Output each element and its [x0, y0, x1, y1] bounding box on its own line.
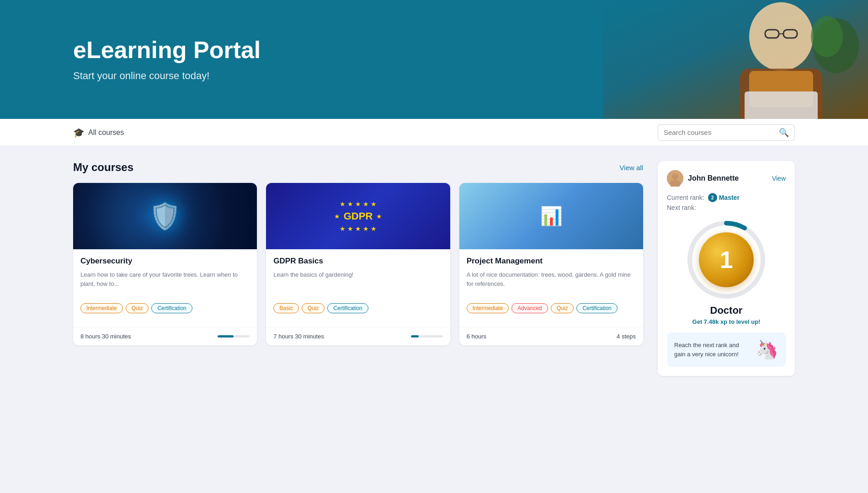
navbar-left: 🎓 All courses	[73, 127, 124, 138]
hero-image	[603, 0, 868, 119]
user-name: John Bennette	[688, 174, 739, 182]
unicorn-icon: 🦄	[756, 339, 778, 360]
tag-certification: Certification	[151, 303, 192, 313]
search-box[interactable]: 🔍	[658, 124, 795, 141]
progress-bar-wrap	[411, 335, 443, 338]
courses-grid: Cybersecurity Learn how to take care of …	[73, 183, 643, 345]
avatar-svg	[667, 170, 683, 187]
course-tags: Intermediate Advanced Quiz Certification	[467, 303, 636, 313]
course-desc: Learn how to take care of your favorite …	[80, 270, 250, 298]
tag-intermediate: Intermediate	[80, 303, 123, 313]
tag-basic: Basic	[273, 303, 298, 313]
hero-text: eLearning Portal Start your online cours…	[0, 37, 334, 81]
course-tags: Basic Quiz Certification	[273, 303, 442, 313]
section-header: My courses View all	[73, 161, 643, 174]
xp-suffix: xp to level up!	[719, 318, 760, 325]
hero-svg	[603, 0, 868, 119]
search-input[interactable]	[664, 129, 775, 136]
hero-section: eLearning Portal Start your online cours…	[0, 0, 868, 119]
tag-advanced: Advanced	[511, 303, 548, 313]
rank-gold-circle: 1	[699, 232, 754, 287]
tag-certification: Certification	[327, 303, 368, 313]
progress-fill	[218, 335, 234, 338]
svg-point-12	[672, 173, 678, 180]
rank-xp: Get 7.48k xp to level up!	[692, 318, 761, 325]
course-card-gdpr[interactable]: ★★★★★ ★ GDPR ★ ★★★★★ GDPR Basics	[266, 183, 450, 345]
circle-progress: 1	[685, 219, 767, 301]
user-card: John Bennette View Current rank: 2 Maste…	[658, 161, 795, 376]
course-duration: 6 hours	[467, 333, 486, 340]
tag-certification: Certification	[576, 303, 617, 313]
tag-quiz: Quiz	[551, 303, 574, 313]
navbar: 🎓 All courses 🔍	[0, 119, 868, 146]
thumbnail-project: 📊	[459, 183, 643, 249]
svg-point-10	[811, 16, 843, 57]
rank-num-large: 1	[720, 248, 733, 272]
all-courses-nav[interactable]: All courses	[88, 129, 124, 137]
current-rank-badge: 2 Master	[708, 193, 740, 202]
rank-circle-wrap: 1 Doctor Get 7.48k xp to level up!	[667, 219, 786, 325]
sidebar-view-link[interactable]: View	[772, 175, 786, 182]
course-desc: A lot of nice documentation: trees, wood…	[467, 270, 636, 298]
unicorn-promo: Reach the next rank and gain a very nice…	[667, 332, 786, 367]
course-card-project[interactable]: 📊 Project Management A lot of nice docum…	[459, 183, 643, 345]
thumbnail-gdpr: ★★★★★ ★ GDPR ★ ★★★★★	[266, 183, 450, 249]
search-icon[interactable]: 🔍	[779, 128, 789, 138]
hero-subtitle: Start your online course today!	[73, 70, 261, 82]
rank-title: Doctor	[710, 305, 743, 316]
current-rank-name: Master	[719, 194, 740, 201]
gdpr-text: GDPR	[344, 210, 373, 222]
user-header: John Bennette View	[667, 170, 786, 187]
circle-content: 1	[699, 232, 754, 287]
eu-circle: ★★★★★ ★ GDPR ★ ★★★★★	[334, 200, 383, 232]
graduation-icon: 🎓	[73, 127, 85, 138]
course-tags: Intermediate Quiz Certification	[80, 303, 250, 313]
next-rank-label: Next rank:	[667, 204, 786, 211]
current-rank-row: Current rank: 2 Master	[667, 193, 786, 202]
tag-quiz: Quiz	[126, 303, 149, 313]
course-footer: 7 hours 30 minutes	[266, 327, 450, 345]
progress-fill	[411, 335, 419, 338]
thumbnail-cybersecurity	[73, 183, 257, 249]
tag-intermediate: Intermediate	[467, 303, 509, 313]
progress-bar	[218, 335, 250, 338]
section-title: My courses	[73, 161, 133, 174]
xp-prefix: Get	[692, 318, 704, 325]
course-title: Project Management	[467, 257, 636, 266]
main-content: My courses View all Cybersecurity Learn …	[0, 146, 868, 391]
progress-bar	[411, 335, 443, 338]
course-card-cybersecurity[interactable]: Cybersecurity Learn how to take care of …	[73, 183, 257, 345]
steps-badge: 4 steps	[617, 333, 636, 340]
avatar	[667, 170, 683, 187]
view-all-link[interactable]: View all	[620, 164, 643, 171]
svg-rect-7	[745, 91, 818, 119]
sidebar: John Bennette View Current rank: 2 Maste…	[658, 161, 795, 376]
course-body: Project Management A lot of nice documen…	[459, 249, 643, 327]
course-body: GDPR Basics Learn the basics of gardenin…	[266, 249, 450, 327]
course-title: Cybersecurity	[80, 257, 250, 266]
course-desc: Learn the basics of gardening!	[273, 270, 442, 298]
xp-amount: 7.48k	[704, 318, 719, 325]
tag-quiz: Quiz	[302, 303, 325, 313]
unicorn-promo-text: Reach the next rank and gain a very nice…	[674, 341, 750, 359]
eu-stars-top: ★★★★★	[340, 200, 377, 208]
user-info: John Bennette	[667, 170, 739, 187]
course-body: Cybersecurity Learn how to take care of …	[73, 249, 257, 327]
courses-section: My courses View all Cybersecurity Learn …	[73, 161, 643, 345]
course-duration: 8 hours 30 minutes	[80, 333, 131, 340]
course-duration: 7 hours 30 minutes	[273, 333, 324, 340]
hero-title: eLearning Portal	[73, 37, 261, 63]
rank-number-badge: 2	[708, 193, 717, 202]
svg-point-1	[749, 2, 813, 71]
current-rank-label: Current rank:	[667, 194, 704, 201]
course-footer: 8 hours 30 minutes	[73, 327, 257, 345]
course-title: GDPR Basics	[273, 257, 442, 266]
course-footer: 6 hours 4 steps	[459, 327, 643, 345]
eu-stars-bottom: ★★★★★	[340, 225, 377, 232]
progress-bar-wrap	[218, 335, 250, 338]
